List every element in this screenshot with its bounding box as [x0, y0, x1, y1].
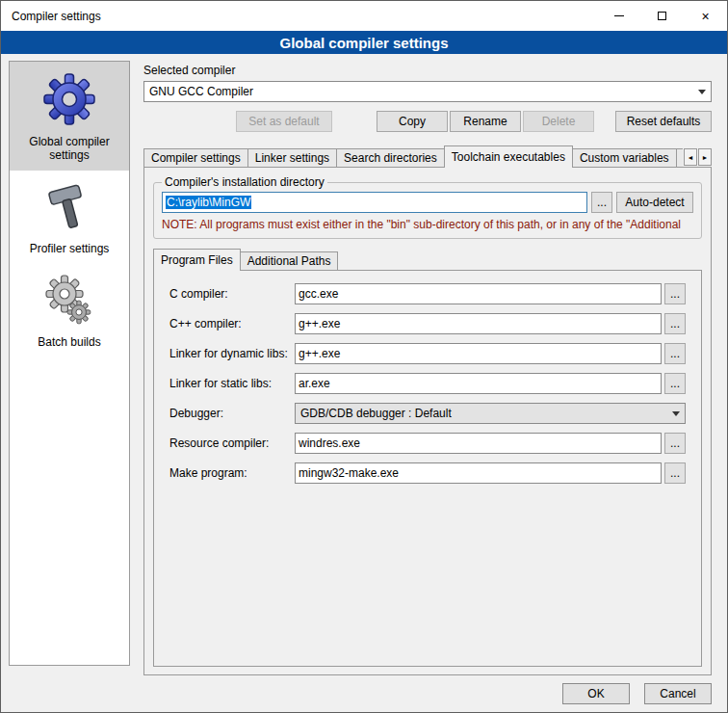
installation-directory-group: Compiler's installation directory C:\ray… — [153, 175, 702, 239]
reset-defaults-button[interactable]: Reset defaults — [615, 111, 712, 132]
c-compiler-label: C compiler: — [169, 287, 295, 301]
browse-cpp-compiler-button[interactable]: ... — [664, 313, 686, 334]
browse-resource-compiler-button[interactable]: ... — [664, 433, 686, 454]
rename-button[interactable]: Rename — [450, 111, 521, 132]
auto-detect-button[interactable]: Auto-detect — [616, 192, 693, 213]
make-program-input[interactable]: mingw32-make.exe — [295, 462, 662, 484]
close-icon: × — [701, 10, 709, 23]
chevron-down-icon — [667, 404, 685, 423]
browse-static-linker-button[interactable]: ... — [664, 373, 686, 394]
minimize-button[interactable] — [597, 1, 640, 31]
debugger-label: Debugger: — [169, 407, 295, 420]
sidebar-item-label: Batch builds — [38, 335, 100, 349]
debugger-dropdown[interactable]: GDB/CDB debugger : Default — [295, 403, 686, 424]
static-linker-value: ar.exe — [299, 377, 330, 390]
cpp-compiler-label: C++ compiler: — [169, 317, 295, 330]
cancel-button[interactable]: Cancel — [644, 683, 712, 704]
cpp-compiler-value: g++.exe — [299, 317, 340, 330]
installation-directory-row: C:\raylib\MinGW ... Auto-detect — [162, 192, 693, 213]
dialog-footer: OK Cancel — [562, 683, 712, 704]
program-files-tabstrip: Program Files Additional Paths — [153, 249, 702, 271]
sidebar-item-batch-builds[interactable]: Batch builds — [10, 264, 129, 357]
set-as-default-button[interactable]: Set as default — [236, 111, 332, 132]
resource-compiler-label: Resource compiler: — [169, 436, 295, 450]
browse-directory-button[interactable]: ... — [591, 192, 612, 213]
field-row-cpp-compiler: C++ compiler: g++.exe ... — [169, 313, 686, 334]
field-row-dynamic-linker: Linker for dynamic libs: g++.exe ... — [169, 343, 686, 364]
chevron-down-icon — [693, 82, 711, 101]
static-linker-label: Linker for static libs: — [169, 377, 295, 390]
tab-scroll-area: Compiler settings Linker settings Search… — [143, 145, 683, 168]
installation-directory-input[interactable]: C:\raylib\MinGW — [162, 192, 587, 213]
main-panel: Selected compiler GNU GCC Compiler Set a… — [143, 61, 712, 704]
subtab-additional-paths[interactable]: Additional Paths — [240, 251, 339, 270]
tab-toolchain-executables[interactable]: Toolchain executables — [444, 145, 573, 168]
field-row-resource-compiler: Resource compiler: windres.exe ... — [169, 433, 686, 454]
c-compiler-value: gcc.exe — [299, 287, 338, 301]
gray-gears-icon — [42, 274, 96, 328]
titlebar: Compiler settings × — [1, 1, 727, 31]
resource-compiler-value: windres.exe — [299, 436, 360, 450]
hammer-icon — [42, 180, 96, 234]
cpp-compiler-input[interactable]: g++.exe — [295, 313, 662, 334]
ok-button[interactable]: OK — [562, 683, 630, 704]
copy-button[interactable]: Copy — [377, 111, 448, 132]
maximize-button[interactable] — [640, 1, 684, 31]
page-title: Global compiler settings — [1, 31, 727, 54]
tab-scroll-right-icon[interactable]: ► — [698, 148, 712, 166]
browse-c-compiler-button[interactable]: ... — [664, 283, 686, 304]
selected-compiler-label: Selected compiler — [143, 64, 712, 77]
tab-linker-settings[interactable]: Linker settings — [247, 148, 337, 167]
toolchain-executables-page: Compiler's installation directory C:\ray… — [143, 167, 712, 675]
make-program-value: mingw32-make.exe — [299, 466, 399, 480]
c-compiler-input[interactable]: gcc.exe — [295, 283, 662, 304]
tab-custom-variables[interactable]: Custom variables — [572, 148, 677, 167]
selected-compiler-value: GNU GCC Compiler — [149, 85, 253, 98]
field-row-c-compiler: C compiler: gcc.exe ... — [169, 283, 686, 304]
installation-directory-value: C:\raylib\MinGW — [166, 196, 251, 209]
subtab-program-files[interactable]: Program Files — [153, 249, 241, 271]
sidebar-item-label: Global compiler settings — [12, 135, 127, 162]
dynamic-linker-input[interactable]: g++.exe — [295, 343, 662, 364]
delete-button[interactable]: Delete — [523, 111, 594, 132]
browse-dynamic-linker-button[interactable]: ... — [664, 343, 686, 364]
browse-make-program-button[interactable]: ... — [664, 462, 686, 484]
note-text: NOTE: All programs must exist either in … — [162, 218, 693, 231]
close-button[interactable]: × — [684, 1, 727, 31]
field-row-make-program: Make program: mingw32-make.exe ... — [169, 462, 686, 484]
tab-scroll-left-icon[interactable]: ◄ — [684, 148, 697, 166]
sidebar-item-label: Profiler settings — [30, 242, 110, 255]
maximize-icon — [658, 12, 666, 20]
installation-directory-group-label: Compiler's installation directory — [162, 175, 327, 189]
compiler-action-buttons: Set as default Copy Rename Delete Reset … — [143, 111, 712, 132]
blue-gear-icon — [41, 71, 97, 127]
dynamic-linker-value: g++.exe — [299, 347, 340, 360]
program-files-panel: C compiler: gcc.exe ... C++ compiler: g+… — [153, 270, 702, 667]
settings-sidebar: Global compiler settings Profiler settin… — [9, 61, 130, 666]
window-controls: × — [597, 1, 727, 31]
debugger-value: GDB/CDB debugger : Default — [300, 407, 452, 420]
minimize-icon — [614, 15, 624, 16]
selected-compiler-dropdown[interactable]: GNU GCC Compiler — [143, 81, 712, 102]
sidebar-item-profiler-settings[interactable]: Profiler settings — [10, 171, 129, 264]
field-row-static-linker: Linker for static libs: ar.exe ... — [169, 373, 686, 394]
resource-compiler-input[interactable]: windres.exe — [295, 433, 662, 454]
compiler-settings-window: Compiler settings × Global compiler sett… — [0, 0, 728, 713]
tab-compiler-settings[interactable]: Compiler settings — [143, 148, 248, 167]
make-program-label: Make program: — [169, 466, 295, 480]
window-title: Compiler settings — [1, 10, 597, 23]
sidebar-item-global-compiler-settings[interactable]: Global compiler settings — [10, 62, 129, 171]
static-linker-input[interactable]: ar.exe — [295, 373, 662, 394]
tab-search-directories[interactable]: Search directories — [336, 148, 445, 167]
dialog-body: Global compiler settings Profiler settin… — [1, 54, 727, 712]
dynamic-linker-label: Linker for dynamic libs: — [169, 347, 295, 360]
compiler-settings-tabstrip: Compiler settings Linker settings Search… — [143, 145, 712, 168]
tab-scroll-buttons: ◄ ► — [683, 148, 712, 166]
field-row-debugger: Debugger: GDB/CDB debugger : Default — [169, 403, 686, 424]
tab-build-options[interactable]: Buil — [676, 148, 683, 167]
